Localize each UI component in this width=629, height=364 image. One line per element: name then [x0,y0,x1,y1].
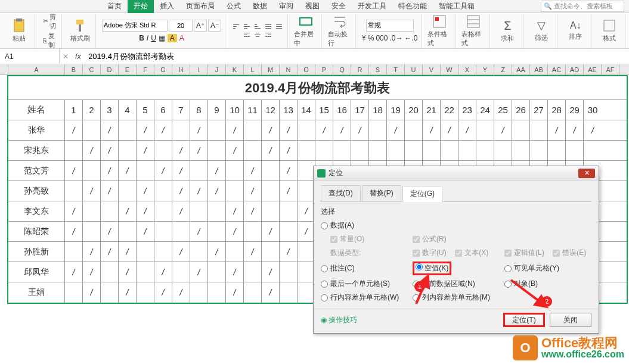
radio-last[interactable] [321,281,328,288]
tab-layout[interactable]: 页面布局 [180,0,221,13]
wrap-text-button[interactable]: 自动换行 [328,14,352,48]
data-cell[interactable] [423,141,441,160]
data-cell[interactable]: / [83,282,101,303]
data-cell[interactable]: / [65,120,83,140]
data-cell[interactable]: / [190,181,208,201]
copy-button[interactable]: ⎘复制 [41,31,58,50]
align-left[interactable] [242,31,252,39]
data-cell[interactable] [119,222,137,241]
data-cell[interactable] [244,282,262,303]
data-cell[interactable]: / [548,120,566,140]
data-cell[interactable] [369,141,387,160]
data-cell[interactable]: / [154,161,172,181]
data-cell[interactable]: / [119,161,137,181]
data-cell[interactable] [584,141,602,160]
data-cell[interactable]: / [208,242,226,262]
data-cell[interactable]: / [423,120,441,140]
data-cell[interactable]: / [262,282,280,303]
data-cell[interactable] [244,120,262,140]
data-cell[interactable] [208,201,226,221]
data-cell[interactable]: / [244,161,262,181]
data-cell[interactable]: / [262,222,280,241]
data-cell[interactable]: / [244,181,262,201]
filter-button[interactable]: ▽筛选 [529,19,553,42]
number-format-select[interactable] [366,20,414,32]
data-cell[interactable]: / [584,120,602,140]
data-cell[interactable]: / [83,262,101,282]
radio-visible[interactable] [504,265,512,272]
align-bottom[interactable] [253,23,262,31]
data-cell[interactable]: / [190,141,208,160]
paste-button[interactable]: 粘贴 [7,18,31,43]
data-cell[interactable] [387,141,405,160]
data-cell[interactable]: / [154,120,172,140]
data-cell[interactable] [154,242,172,262]
data-cell[interactable] [280,282,298,303]
decrease-font-icon[interactable]: A⁻ [208,20,221,32]
data-cell[interactable] [280,201,298,221]
data-cell[interactable] [154,181,172,201]
data-cell[interactable]: / [154,282,172,303]
data-cell[interactable]: / [137,120,154,140]
underline-button[interactable]: U [151,34,156,42]
data-cell[interactable]: / [83,141,101,160]
name-cell[interactable]: 李文东 [8,201,65,221]
data-cell[interactable] [244,222,262,241]
data-cell[interactable] [530,141,548,160]
data-cell[interactable] [280,222,298,241]
data-cell[interactable] [83,161,101,181]
data-cell[interactable] [101,282,119,303]
data-cell[interactable]: / [172,181,190,201]
tab-dev[interactable]: 开发工具 [352,0,392,13]
tab-goto[interactable]: 定位(G) [402,186,442,202]
data-cell[interactable]: / [280,181,298,201]
font-color-button[interactable]: A [179,34,184,42]
data-cell[interactable]: / [83,242,101,262]
data-cell[interactable]: / [226,201,244,221]
data-cell[interactable] [65,282,83,303]
data-cell[interactable]: / [65,201,83,221]
data-cell[interactable] [369,120,387,140]
data-cell[interactable] [119,141,137,160]
name-cell[interactable]: 陈昭荣 [8,222,65,241]
data-cell[interactable] [494,141,512,160]
tab-review[interactable]: 审阅 [273,0,299,13]
data-cell[interactable]: / [65,222,83,241]
bold-button[interactable]: B [139,34,144,42]
data-cell[interactable]: / [351,120,369,140]
search-box[interactable]: 🔍 查找命令、搜索模板 [541,1,624,12]
increase-font-icon[interactable]: A⁺ [194,20,207,32]
data-cell[interactable] [226,181,244,201]
data-cell[interactable]: / [172,282,190,303]
data-cell[interactable] [280,262,298,282]
formula-input[interactable] [85,49,629,64]
data-cell[interactable] [208,282,226,303]
border-button[interactable]: ▦ [159,34,165,42]
data-cell[interactable]: / [101,222,119,241]
data-cell[interactable]: / [458,120,476,140]
tab-data[interactable]: 数据 [247,0,273,13]
radio-comment[interactable] [321,265,328,272]
data-cell[interactable]: / [101,120,119,140]
font-size-select[interactable] [169,20,193,32]
tips-link[interactable]: ◉操作技巧 [321,315,357,325]
dialog-title-bar[interactable]: 定位 ✕ [314,166,599,181]
tab-start[interactable]: 开始 [128,0,154,13]
data-cell[interactable] [298,141,315,160]
fx-icon[interactable]: fx [72,52,85,61]
select-all-corner[interactable] [0,64,8,74]
goto-button[interactable]: 定位(T) [503,313,545,327]
dec-dec-icon[interactable]: ←.0 [404,34,417,42]
header-name[interactable]: 姓名 [8,100,65,120]
data-cell[interactable] [65,242,83,262]
data-cell[interactable] [208,222,226,241]
data-cell[interactable] [530,120,548,140]
data-cell[interactable] [172,120,190,140]
data-cell[interactable] [190,201,208,221]
data-cell[interactable] [226,242,244,262]
data-cell[interactable]: / [226,262,244,282]
data-cell[interactable] [351,141,369,160]
data-cell[interactable] [101,262,119,282]
name-cell[interactable]: 宋兆东 [8,141,65,160]
data-cell[interactable]: / [494,120,512,140]
